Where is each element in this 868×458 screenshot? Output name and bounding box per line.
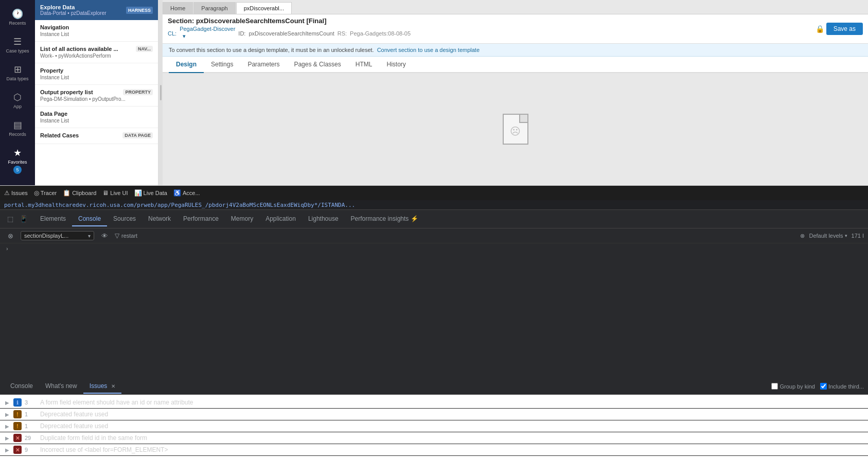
browser-tab-pxdiscoverable[interactable]: pxDiscoverabl... xyxy=(236,2,292,14)
browser-tab-home[interactable]: Home xyxy=(163,2,193,14)
pega-id-label: ID: xyxy=(238,30,245,37)
sidebar: 🕐 Recents ☰ Case types ⊞ Data types ⬡ Ap… xyxy=(0,0,35,185)
info-link[interactable]: Convert section to use a design template xyxy=(377,47,480,53)
issue-text-0: A form field element should have an id o… xyxy=(40,399,193,406)
devtools-prompt[interactable]: › xyxy=(0,243,868,254)
issue-count-0: 3 xyxy=(25,399,37,406)
filter-funnel-icon: ▽ xyxy=(115,232,119,239)
nav-item-output-property[interactable]: Output property list PROPERTY Pega-DM-Si… xyxy=(35,85,158,107)
nav-item-data-page-subtitle: Instance List xyxy=(40,118,153,124)
issue-row-2[interactable]: ▶ ! 1 Deprecated feature used xyxy=(0,420,868,432)
tracer-icon: ◎ xyxy=(34,189,39,197)
count-badge: 171 I xyxy=(852,233,864,239)
url-bar: portal.my3dhealthcaredev.ricoh.usa.com/p… xyxy=(0,200,868,210)
prompt-arrow: › xyxy=(6,245,8,252)
pega-devtools-tracer[interactable]: ◎ Tracer xyxy=(34,189,57,197)
bottom-section: ⚠ Issues ◎ Tracer 📋 Clipboard 🖥 Live UI … xyxy=(0,185,868,458)
include-third-input[interactable] xyxy=(820,383,827,390)
group-by-kind-checkbox[interactable]: Group by kind xyxy=(771,383,814,390)
pega-devtools-live-data[interactable]: 📊 Live Data xyxy=(134,189,167,197)
devtools-tab-sources[interactable]: Sources xyxy=(107,212,142,226)
main-body: ☹ xyxy=(163,73,868,185)
devtools-tab-performance[interactable]: Performance xyxy=(177,212,225,226)
devtools-clear-icon[interactable]: ⊗ xyxy=(800,233,805,239)
pega-section-header: Section: pxDiscoverableSearchItemsCount … xyxy=(163,14,868,44)
info-msg: To convert this section to use a design … xyxy=(169,47,374,53)
issues-list: ▶ ℹ 3 A form field element should have a… xyxy=(0,395,868,458)
issue-row-0-arrow: ▶ xyxy=(5,400,10,406)
pega-section-title: Section: pxDiscoverableSearchItemsCount … xyxy=(168,17,816,25)
sidebar-item-recents[interactable]: 🕐 Recents xyxy=(0,4,35,30)
devtools-device-icon[interactable]: 📱 xyxy=(17,213,30,225)
devtools-top: ⬚ 📱 Elements Console Sources Network Per… xyxy=(0,210,868,228)
default-levels-dropdown[interactable]: Default levels ▾ xyxy=(809,233,847,239)
pega-rs-label: RS: xyxy=(338,30,347,37)
devtools-console-content: › xyxy=(0,243,868,378)
tab-html[interactable]: HTML xyxy=(348,57,380,73)
include-third-checkbox[interactable]: Include third... xyxy=(820,383,864,390)
devtools-tab-console[interactable]: Console xyxy=(72,212,107,226)
sidebar-item-favorites[interactable]: ★ Favorites 5 xyxy=(0,143,35,178)
nav-item-related-cases[interactable]: Related Cases DATA PAGE xyxy=(35,128,158,144)
issue-text-4: Incorrect use of <label for=FORM_ELEMENT… xyxy=(40,446,168,453)
issues-tab-console[interactable]: Console xyxy=(4,379,39,394)
nav-divider[interactable] xyxy=(158,0,163,185)
records-icon: ▤ xyxy=(13,119,22,131)
save-as-button[interactable]: Save as xyxy=(826,23,863,35)
restart-label[interactable]: restart xyxy=(121,233,137,239)
console-filter-input[interactable] xyxy=(24,233,86,239)
issue-row-3[interactable]: ▶ ✕ 29 Duplicate form field id in the sa… xyxy=(0,432,868,444)
sidebar-item-records[interactable]: ▤ Records xyxy=(0,115,35,141)
devtools-eye-icon[interactable]: 👁 xyxy=(98,230,111,242)
devtools-tab-application[interactable]: Application xyxy=(259,212,302,226)
filter-dropdown-icon[interactable]: ▾ xyxy=(88,233,91,239)
nav-header: Explore Data Data-Portal • pzDataExplore… xyxy=(35,0,158,20)
tab-design[interactable]: Design xyxy=(169,57,204,73)
issue-row-4-arrow: ▶ xyxy=(5,447,10,453)
nav-header-subtitle: Data-Portal • pzDataExplorer xyxy=(40,10,107,16)
devtools-tab-performance-insights[interactable]: Performance insights ⚡ xyxy=(345,212,424,226)
devtools-filter-clear-icon[interactable]: ⊗ xyxy=(4,230,16,242)
devtools-tab-memory[interactable]: Memory xyxy=(225,212,259,226)
devtools-cursor-icon[interactable]: ⬚ xyxy=(4,213,16,225)
nav-item-navigation-title: Navigation xyxy=(40,24,153,30)
tab-parameters[interactable]: Parameters xyxy=(240,57,287,73)
pega-devtools-live-ui[interactable]: 🖥 Live UI xyxy=(102,189,128,197)
devtools-tab-network[interactable]: Network xyxy=(142,212,177,226)
devtools-tab-elements[interactable]: Elements xyxy=(34,212,72,226)
issue-row-1-arrow: ▶ xyxy=(5,412,10,417)
tab-history[interactable]: History xyxy=(379,57,413,73)
nav-item-actions[interactable]: List of all actions available ... NAV...… xyxy=(35,42,158,63)
tab-pages-classes[interactable]: Pages & Classes xyxy=(287,57,348,73)
nav-item-output-property-badge: PROPERTY xyxy=(123,89,153,95)
issues-tab-issues[interactable]: Issues ✕ xyxy=(83,379,121,394)
issue-badge-0: ℹ xyxy=(13,398,22,407)
issue-row-4[interactable]: ▶ ✕ 9 Incorrect use of <label for=FORM_E… xyxy=(0,444,868,456)
issue-row-0[interactable]: ▶ ℹ 3 A form field element should have a… xyxy=(0,397,868,409)
browser-tab-paragraph[interactable]: Paragraph xyxy=(193,2,235,14)
nav-item-data-page[interactable]: Data Page Instance List xyxy=(35,107,158,128)
nav-item-property[interactable]: Property Instance List xyxy=(35,63,158,85)
issue-row-1[interactable]: ▶ ! 1 Deprecated feature used xyxy=(0,409,868,420)
nav-item-navigation[interactable]: Navigation Instance List xyxy=(35,20,158,42)
pega-devtools-accessibility[interactable]: ♿ Acce... xyxy=(173,189,200,197)
devtools-tab-lighthouse[interactable]: Lighthouse xyxy=(302,212,345,226)
sidebar-item-app[interactable]: ⬡ App xyxy=(0,87,35,113)
pega-cl-value[interactable]: PegaGadget-Discover ▾ xyxy=(180,26,235,41)
url-text: portal.my3dhealthcaredev.ricoh.usa.com/p… xyxy=(4,202,355,208)
cl-dropdown-btn[interactable]: ▾ xyxy=(180,32,189,41)
nav-item-property-title: Property xyxy=(40,67,153,74)
sidebar-item-case-types[interactable]: ☰ Case types xyxy=(0,32,35,58)
pega-devtools-clipboard[interactable]: 📋 Clipboard xyxy=(63,189,96,197)
group-by-kind-input[interactable] xyxy=(771,383,778,390)
issues-tab-close-icon[interactable]: ✕ xyxy=(111,383,115,389)
pega-devtools-issues[interactable]: ⚠ Issues xyxy=(4,189,28,197)
issue-badge-3: ✕ xyxy=(13,434,22,442)
file-icon-inner: ☹ xyxy=(510,125,521,137)
filter-box: ▾ xyxy=(21,231,94,240)
nav-item-actions-badge: NAV... xyxy=(136,46,153,52)
sidebar-item-data-types[interactable]: ⊞ Data types xyxy=(0,60,35,85)
tab-settings[interactable]: Settings xyxy=(204,57,240,73)
issues-tab-whats-new[interactable]: What's new xyxy=(39,379,83,394)
issue-badge-1: ! xyxy=(13,410,22,418)
